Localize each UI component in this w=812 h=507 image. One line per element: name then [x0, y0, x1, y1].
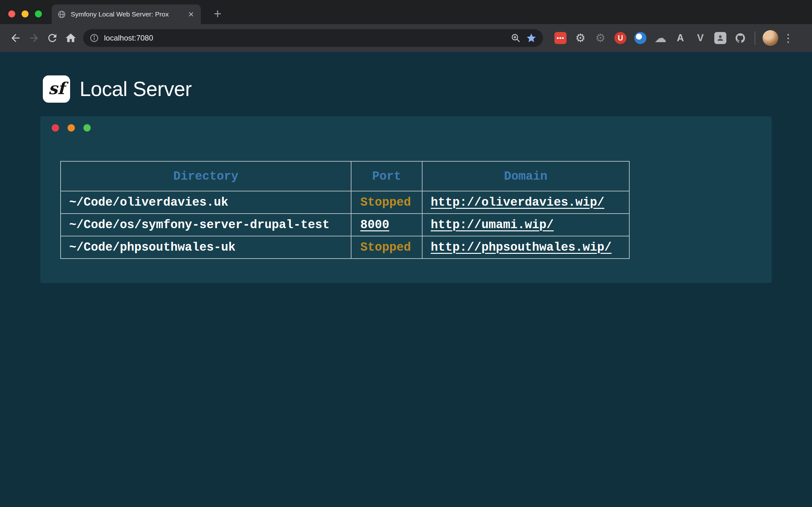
page-body: sf Local Server Directory Port Domain ~/…	[0, 52, 812, 507]
directory-cell: ~/Code/phpsouthwales-uk	[61, 236, 351, 259]
extension-a-icon[interactable]: A	[674, 32, 687, 44]
port-link[interactable]: 8000	[360, 218, 389, 232]
page-title: Local Server	[80, 77, 192, 101]
macos-traffic-lights	[8, 10, 42, 17]
extension-dots-icon[interactable]: •••	[554, 32, 566, 44]
browser-tab[interactable]: Symfony Local Web Server: Prox ×	[52, 4, 201, 24]
status-badge: Stopped	[360, 240, 411, 254]
column-header-directory: Directory	[61, 161, 351, 191]
domain-link[interactable]: http://umami.wip/	[431, 218, 554, 232]
profile-avatar[interactable]	[762, 30, 779, 46]
symfony-logo: sf	[43, 75, 70, 103]
tab-title: Symfony Local Web Server: Prox	[71, 10, 182, 18]
address-bar[interactable]: localhost:7080	[83, 29, 543, 47]
globe-favicon-icon	[57, 10, 66, 19]
bookmark-star-icon[interactable]	[526, 33, 537, 43]
forward-button[interactable]	[25, 29, 43, 47]
back-button[interactable]	[6, 29, 25, 47]
panel-red-dot	[52, 124, 59, 131]
reload-button[interactable]	[43, 29, 61, 47]
brand-header: sf Local Server	[0, 52, 812, 103]
extension-person-icon[interactable]	[714, 32, 726, 44]
panel-green-dot	[84, 124, 91, 131]
browser-menu-icon[interactable]: ⋮	[781, 29, 795, 47]
domain-link[interactable]: http://oliverdavies.wip/	[431, 195, 604, 209]
forward-arrow-icon	[28, 32, 40, 44]
extension-v-icon[interactable]: V	[694, 32, 706, 44]
new-tab-button[interactable]: +	[209, 6, 226, 22]
tab-strip: Symfony Local Web Server: Prox × +	[0, 0, 812, 24]
column-header-port: Port	[351, 161, 422, 191]
fullscreen-window-button[interactable]	[35, 10, 42, 17]
site-info-icon[interactable]	[90, 33, 99, 43]
url-text[interactable]: localhost:7080	[104, 34, 506, 43]
status-badge: Stopped	[360, 195, 411, 209]
directory-cell: ~/Code/oliverdavies.uk	[61, 191, 351, 214]
column-header-domain: Domain	[422, 161, 629, 191]
extension-github-octocat-icon[interactable]	[734, 32, 746, 44]
extensions-strip: ••• ⚙ ⚙ U ☁ A V	[554, 32, 746, 44]
panel-window-dots	[52, 124, 91, 131]
server-panel: Directory Port Domain ~/Code/oliverdavie…	[40, 116, 772, 283]
table-row: ~/Code/phpsouthwales-uk Stopped http://p…	[61, 236, 629, 259]
extension-cloud-icon[interactable]: ☁	[654, 32, 666, 44]
panel-orange-dot	[67, 124, 75, 131]
table-row: ~/Code/os/symfony-server-drupal-test 800…	[61, 214, 629, 236]
extension-gear-dark-icon[interactable]: ⚙	[595, 32, 606, 44]
home-button[interactable]	[61, 29, 80, 47]
home-icon	[65, 32, 77, 44]
table-row: ~/Code/oliverdavies.uk Stopped http://ol…	[61, 191, 629, 214]
zoom-icon[interactable]	[511, 33, 521, 43]
servers-table: Directory Port Domain ~/Code/oliverdavie…	[60, 161, 629, 259]
table-header-row: Directory Port Domain	[61, 161, 629, 191]
extension-ublock-icon[interactable]: U	[614, 32, 626, 44]
minimize-window-button[interactable]	[21, 10, 29, 17]
tab-close-icon[interactable]: ×	[187, 9, 195, 19]
browser-toolbar: localhost:7080 ••• ⚙ ⚙ U ☁ A V ⋮	[0, 24, 812, 52]
toolbar-separator	[755, 32, 755, 45]
directory-cell: ~/Code/os/symfony-server-drupal-test	[61, 214, 351, 236]
reload-icon	[46, 32, 58, 44]
close-window-button[interactable]	[8, 10, 15, 17]
symfony-logo-text: sf	[48, 78, 65, 98]
extension-blue-circle-icon[interactable]	[635, 32, 647, 44]
domain-link[interactable]: http://phpsouthwales.wip/	[431, 240, 612, 254]
extension-gear-light-icon[interactable]: ⚙	[574, 32, 587, 44]
back-arrow-icon	[9, 32, 21, 44]
